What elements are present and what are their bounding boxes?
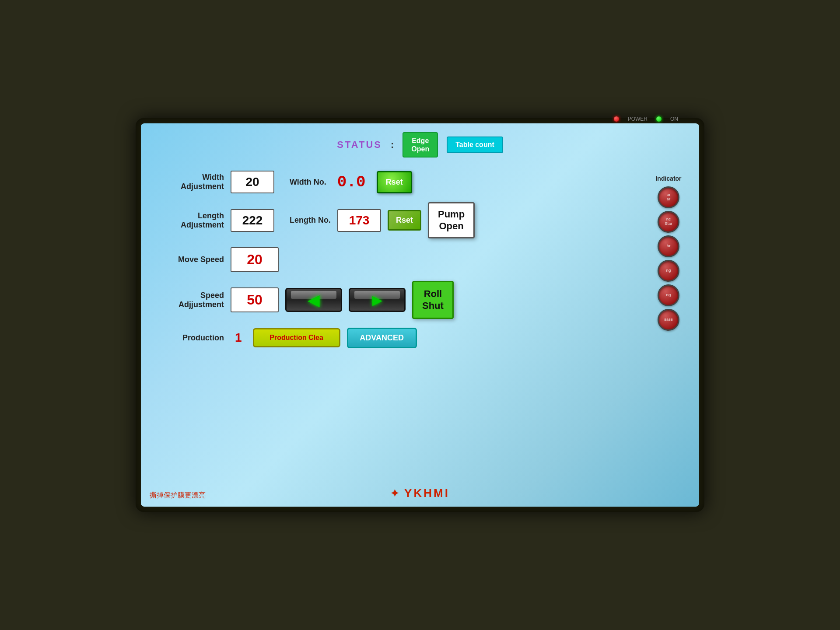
length-rset-button[interactable]: Rset <box>388 210 421 231</box>
arrow-left-icon: ◀ <box>308 291 320 309</box>
indicator-circle-1: urar <box>658 186 679 208</box>
ykhmi-text: YKHMI <box>404 486 450 500</box>
table-count-button[interactable]: Table count <box>447 136 503 153</box>
production-label: Production <box>154 333 224 343</box>
left-panel: WidthAdjustment 20 Width No. 0.0 Rset Le… <box>154 171 647 357</box>
device-frame: POWER ON STATUS : EdgeOpen Table count W… <box>136 118 704 512</box>
arrow-right-button[interactable]: ▶ <box>349 288 406 312</box>
move-speed-label: Move Speed <box>154 255 224 264</box>
width-adj-value[interactable]: 20 <box>231 171 274 193</box>
speed-adj-value[interactable]: 50 <box>231 287 279 312</box>
power-lights: POWER ON <box>614 116 678 122</box>
speed-adj-row: SpeedAdjjustment 50 ◀ ▶ RollShut <box>154 281 647 319</box>
main-screen: STATUS : EdgeOpen Table count WidthAdjus… <box>141 123 699 507</box>
chinese-text: 撕掉保护膜更漂亮 <box>150 491 206 500</box>
branding: ✦ YKHMI <box>390 486 450 500</box>
power-light-green <box>656 116 662 122</box>
indicator-circle-4: ng <box>658 260 679 282</box>
pump-open-button[interactable]: PumpOpen <box>428 202 475 238</box>
production-row: Production 1 Production Clea ADVANCED <box>154 328 647 348</box>
power-label: POWER <box>628 116 648 122</box>
speed-adj-label: SpeedAdjjustment <box>154 291 224 309</box>
length-row: LengthAdjustment 222 Length No. 173 Rset… <box>154 202 647 238</box>
arrow-right-icon: ▶ <box>372 292 382 308</box>
length-adj-label: LengthAdjustment <box>154 211 224 230</box>
production-value: 1 <box>235 331 242 345</box>
indicator-circle-5: ng <box>658 284 679 306</box>
indicator-circle-6: sass <box>658 309 679 331</box>
roll-shut-button[interactable]: RollShut <box>412 281 454 319</box>
ykhmi-icon: ✦ <box>390 487 401 500</box>
indicator-title: Indicator <box>655 175 681 182</box>
edge-open-button[interactable]: EdgeOpen <box>402 132 438 158</box>
move-speed-row: Move Speed 20 <box>154 247 647 272</box>
status-bar: STATUS : EdgeOpen Table count <box>154 132 686 158</box>
width-row: WidthAdjustment 20 Width No. 0.0 Rset <box>154 171 647 193</box>
width-no-value: 0.0 <box>337 173 366 191</box>
width-adj-label: WidthAdjustment <box>154 173 224 191</box>
indicator-circle-3: hr <box>658 235 679 257</box>
main-content: WidthAdjustment 20 Width No. 0.0 Rset Le… <box>154 171 686 357</box>
status-colon: : <box>391 139 394 150</box>
on-label: ON <box>670 116 678 122</box>
length-no-value[interactable]: 173 <box>337 209 381 232</box>
length-adj-value[interactable]: 222 <box>231 209 274 232</box>
arrow-left-button[interactable]: ◀ <box>285 288 342 312</box>
width-no-label: Width No. <box>290 178 326 187</box>
power-light-red <box>614 116 619 122</box>
length-no-label: Length No. <box>290 216 331 225</box>
production-clear-button[interactable]: Production Clea <box>253 328 340 347</box>
width-rset-button[interactable]: Rset <box>377 171 412 193</box>
right-indicators: Indicator urar ncStar hr ng ng sass <box>651 171 686 357</box>
indicator-circle-2: ncStar <box>658 211 679 233</box>
advanced-button[interactable]: ADVANCED <box>347 328 417 348</box>
status-label: STATUS <box>337 139 382 150</box>
move-speed-value[interactable]: 20 <box>231 247 279 272</box>
